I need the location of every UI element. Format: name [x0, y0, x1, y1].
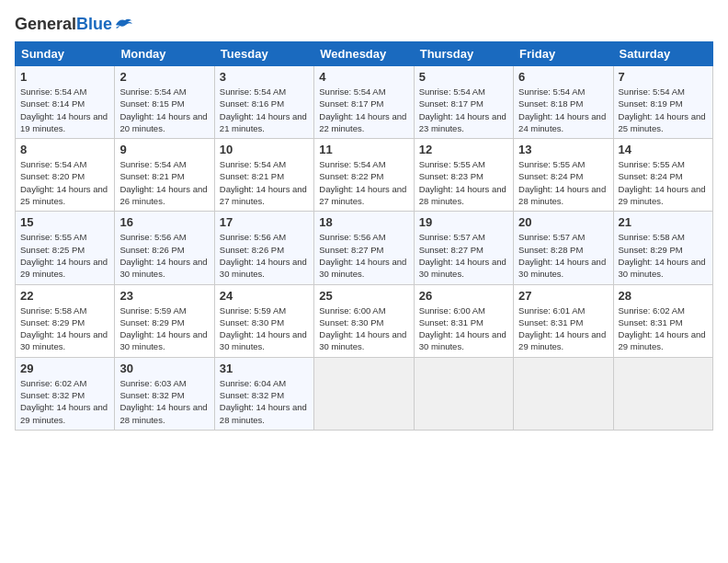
day-number: 15	[20, 215, 109, 229]
calendar-day-cell: 29 Sunrise: 6:02 AM Sunset: 8:32 PM Dayl…	[16, 357, 115, 430]
day-info: Sunrise: 5:59 AM Sunset: 8:29 PM Dayligh…	[119, 304, 209, 353]
day-number: 3	[220, 70, 309, 84]
calendar-day-cell: 27 Sunrise: 6:01 AM Sunset: 8:31 PM Dayl…	[514, 284, 613, 357]
calendar-day-cell: 14 Sunrise: 5:55 AM Sunset: 8:24 PM Dayl…	[613, 139, 712, 212]
calendar-day-cell: 6 Sunrise: 5:54 AM Sunset: 8:18 PM Dayli…	[514, 66, 613, 139]
day-info: Sunrise: 5:54 AM Sunset: 8:16 PM Dayligh…	[220, 86, 309, 134]
day-info: Sunrise: 6:03 AM Sunset: 8:32 PM Dayligh…	[119, 377, 209, 426]
calendar-day-header: Tuesday	[214, 42, 313, 66]
calendar-day-cell: 18 Sunrise: 5:56 AM Sunset: 8:27 PM Dayl…	[314, 212, 414, 284]
day-info: Sunrise: 5:54 AM Sunset: 8:18 PM Dayligh…	[518, 86, 608, 134]
day-info: Sunrise: 6:00 AM Sunset: 8:30 PM Dayligh…	[319, 304, 408, 353]
day-number: 29	[20, 362, 109, 375]
calendar-day-cell: 24 Sunrise: 5:59 AM Sunset: 8:30 PM Dayl…	[214, 284, 313, 357]
calendar-week-row: 22 Sunrise: 5:58 AM Sunset: 8:29 PM Dayl…	[16, 284, 713, 357]
day-info: Sunrise: 6:01 AM Sunset: 8:31 PM Dayligh…	[518, 304, 608, 353]
calendar-day-cell: 16 Sunrise: 5:56 AM Sunset: 8:26 PM Dayl…	[115, 212, 214, 284]
day-number: 9	[119, 143, 209, 156]
calendar-day-cell: 21 Sunrise: 5:58 AM Sunset: 8:29 PM Dayl…	[613, 212, 712, 284]
calendar-day-cell: 9 Sunrise: 5:54 AM Sunset: 8:21 PM Dayli…	[115, 139, 214, 212]
day-info: Sunrise: 5:55 AM Sunset: 8:25 PM Dayligh…	[20, 231, 109, 280]
page-header: GeneralBlue	[15, 15, 713, 34]
day-info: Sunrise: 6:00 AM Sunset: 8:31 PM Dayligh…	[419, 304, 508, 353]
calendar-table: SundayMondayTuesdayWednesdayThursdayFrid…	[15, 41, 713, 431]
calendar-week-row: 15 Sunrise: 5:55 AM Sunset: 8:25 PM Dayl…	[16, 212, 713, 284]
day-info: Sunrise: 5:57 AM Sunset: 8:28 PM Dayligh…	[518, 231, 608, 280]
day-number: 8	[20, 143, 109, 156]
calendar-day-cell	[613, 357, 712, 430]
calendar-day-header: Wednesday	[314, 42, 414, 66]
day-number: 24	[220, 289, 309, 303]
day-number: 25	[319, 289, 408, 303]
calendar-day-cell	[414, 357, 513, 430]
day-info: Sunrise: 5:54 AM Sunset: 8:21 PM Dayligh…	[119, 158, 209, 207]
calendar-day-cell: 26 Sunrise: 6:00 AM Sunset: 8:31 PM Dayl…	[414, 284, 513, 357]
day-number: 19	[419, 215, 508, 229]
calendar-week-row: 8 Sunrise: 5:54 AM Sunset: 8:20 PM Dayli…	[16, 139, 713, 212]
day-info: Sunrise: 5:55 AM Sunset: 8:24 PM Dayligh…	[518, 158, 608, 207]
calendar-week-row: 1 Sunrise: 5:54 AM Sunset: 8:14 PM Dayli…	[16, 66, 713, 139]
day-info: Sunrise: 5:56 AM Sunset: 8:27 PM Dayligh…	[319, 231, 408, 280]
calendar-day-cell: 8 Sunrise: 5:54 AM Sunset: 8:20 PM Dayli…	[16, 139, 115, 212]
calendar-day-cell: 23 Sunrise: 5:59 AM Sunset: 8:29 PM Dayl…	[115, 284, 214, 357]
calendar-day-cell	[514, 357, 613, 430]
day-number: 5	[419, 70, 508, 84]
day-info: Sunrise: 5:54 AM Sunset: 8:19 PM Dayligh…	[619, 86, 708, 134]
day-info: Sunrise: 6:02 AM Sunset: 8:31 PM Dayligh…	[619, 304, 708, 353]
day-number: 2	[119, 70, 209, 84]
calendar-day-header: Thursday	[414, 42, 513, 66]
day-number: 10	[220, 143, 309, 156]
day-info: Sunrise: 5:58 AM Sunset: 8:29 PM Dayligh…	[20, 304, 109, 353]
calendar-day-header: Sunday	[16, 42, 115, 66]
day-info: Sunrise: 6:02 AM Sunset: 8:32 PM Dayligh…	[20, 377, 109, 426]
day-number: 31	[220, 362, 309, 375]
calendar-day-cell: 3 Sunrise: 5:54 AM Sunset: 8:16 PM Dayli…	[214, 66, 313, 139]
day-number: 27	[518, 289, 608, 303]
calendar-day-cell: 19 Sunrise: 5:57 AM Sunset: 8:27 PM Dayl…	[414, 212, 513, 284]
day-number: 18	[319, 215, 408, 229]
day-info: Sunrise: 6:04 AM Sunset: 8:32 PM Dayligh…	[220, 377, 309, 426]
day-number: 12	[419, 143, 508, 156]
day-number: 30	[119, 362, 209, 375]
day-info: Sunrise: 5:56 AM Sunset: 8:26 PM Dayligh…	[220, 231, 309, 280]
day-info: Sunrise: 5:58 AM Sunset: 8:29 PM Dayligh…	[619, 231, 708, 280]
calendar-day-cell: 22 Sunrise: 5:58 AM Sunset: 8:29 PM Dayl…	[16, 284, 115, 357]
day-number: 1	[20, 70, 109, 84]
calendar-day-cell: 15 Sunrise: 5:55 AM Sunset: 8:25 PM Dayl…	[16, 212, 115, 284]
day-number: 26	[419, 289, 508, 303]
calendar-day-header: Friday	[514, 42, 613, 66]
logo: GeneralBlue	[15, 15, 134, 34]
calendar-day-cell	[314, 357, 414, 430]
calendar-day-cell: 13 Sunrise: 5:55 AM Sunset: 8:24 PM Dayl…	[514, 139, 613, 212]
day-info: Sunrise: 5:54 AM Sunset: 8:17 PM Dayligh…	[419, 86, 508, 134]
day-number: 22	[20, 289, 109, 303]
calendar-day-cell: 11 Sunrise: 5:54 AM Sunset: 8:22 PM Dayl…	[314, 139, 414, 212]
day-number: 21	[619, 215, 708, 229]
day-info: Sunrise: 5:56 AM Sunset: 8:26 PM Dayligh…	[119, 231, 209, 280]
calendar-day-cell: 30 Sunrise: 6:03 AM Sunset: 8:32 PM Dayl…	[115, 357, 214, 430]
logo-text: GeneralBlue	[15, 15, 112, 34]
calendar-day-cell: 5 Sunrise: 5:54 AM Sunset: 8:17 PM Dayli…	[414, 66, 513, 139]
calendar-day-cell: 12 Sunrise: 5:55 AM Sunset: 8:23 PM Dayl…	[414, 139, 513, 212]
day-info: Sunrise: 5:55 AM Sunset: 8:23 PM Dayligh…	[419, 158, 508, 207]
calendar-day-cell: 10 Sunrise: 5:54 AM Sunset: 8:21 PM Dayl…	[214, 139, 313, 212]
day-number: 23	[119, 289, 209, 303]
calendar-day-cell: 7 Sunrise: 5:54 AM Sunset: 8:19 PM Dayli…	[613, 66, 712, 139]
calendar-day-header: Monday	[115, 42, 214, 66]
logo-bird-icon	[114, 17, 134, 33]
day-number: 7	[619, 70, 708, 84]
day-number: 4	[319, 70, 408, 84]
calendar-day-cell: 31 Sunrise: 6:04 AM Sunset: 8:32 PM Dayl…	[214, 357, 313, 430]
calendar-day-header: Saturday	[613, 42, 712, 66]
calendar-day-cell: 20 Sunrise: 5:57 AM Sunset: 8:28 PM Dayl…	[514, 212, 613, 284]
day-number: 17	[220, 215, 309, 229]
calendar-day-cell: 28 Sunrise: 6:02 AM Sunset: 8:31 PM Dayl…	[613, 284, 712, 357]
calendar-day-cell: 2 Sunrise: 5:54 AM Sunset: 8:15 PM Dayli…	[115, 66, 214, 139]
day-number: 14	[619, 143, 708, 156]
day-info: Sunrise: 5:55 AM Sunset: 8:24 PM Dayligh…	[619, 158, 708, 207]
day-info: Sunrise: 5:59 AM Sunset: 8:30 PM Dayligh…	[220, 304, 309, 353]
day-info: Sunrise: 5:54 AM Sunset: 8:22 PM Dayligh…	[319, 158, 408, 207]
day-number: 13	[518, 143, 608, 156]
day-number: 11	[319, 143, 408, 156]
calendar-header-row: SundayMondayTuesdayWednesdayThursdayFrid…	[16, 42, 713, 66]
